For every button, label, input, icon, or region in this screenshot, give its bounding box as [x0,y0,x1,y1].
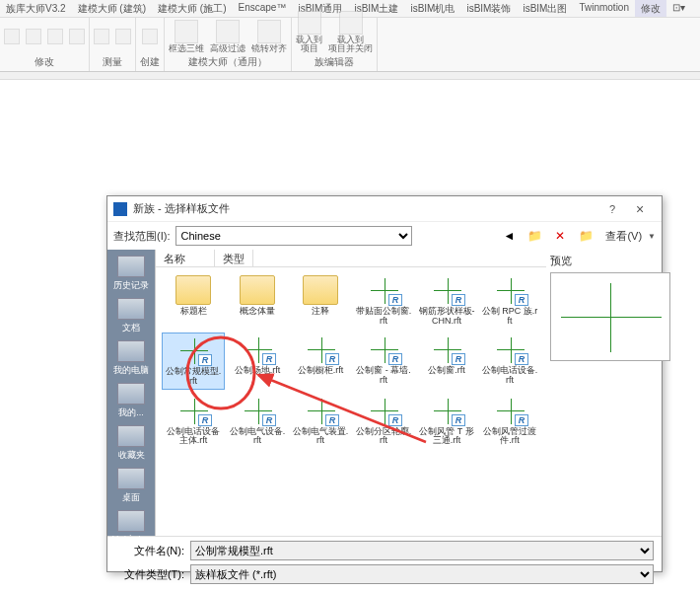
file-item[interactable]: R公制 RPC 族.rft [479,273,540,329]
file-item[interactable]: R公制电气装置.rft [290,394,351,449]
rft-file-icon: R [366,396,401,425]
file-item[interactable]: R公制窗 - 幕墙.rft [353,333,414,390]
sidebar-item-label: 收藏夹 [118,449,145,462]
ribbon-tab[interactable]: isBIM出图 [517,0,573,17]
new-folder-icon[interactable]: 📁 [576,226,595,246]
file-item[interactable]: R公制场地.rft [227,333,288,390]
view-menu[interactable]: 查看(V) [605,229,642,244]
rft-file-icon: R [492,396,527,425]
file-pane: 名称 类型 标题栏概念体量注释R带贴面公制窗.rftR钢筋形状样板-CHN.rf… [155,250,546,536]
sidebar-item[interactable]: 历史记录 [107,254,155,294]
ribbon-button-icon[interactable] [26,29,41,44]
rft-file-icon: R [303,396,338,425]
rft-file-icon: R [429,275,464,305]
file-item[interactable]: R公制电话设备.rft [479,333,540,390]
up-folder-icon[interactable]: 📁 [525,226,544,246]
ribbon-tab[interactable]: 建模大师 (建筑) [72,0,152,17]
ribbon-button-label: 高级过滤 [210,44,245,53]
file-item[interactable]: R钢筋形状样板-CHN.rft [416,273,477,329]
ribbon-tab[interactable]: 修改 [635,0,666,17]
help-button[interactable]: ? [600,203,624,215]
preview-box [550,272,670,361]
file-item[interactable]: R公制常规模型.rft [162,333,225,390]
ribbon-tab[interactable]: isBIM机电 [404,0,460,17]
close-button[interactable]: × [624,201,656,217]
file-item[interactable]: R公制风管 T 形三通.rft [416,394,477,449]
file-header: 名称 类型 [156,250,546,267]
ribbon-button-icon[interactable] [4,29,20,44]
ribbon-button-icon[interactable] [339,11,363,35]
file-item-label: 标题栏 [165,307,222,317]
ribbon-button-label: 载入到 项目 [296,36,322,53]
back-button[interactable]: ◄ [499,226,519,246]
sidebar-item-icon [117,340,145,362]
ribbon-tab[interactable]: ⊡▾ [666,0,691,17]
file-item[interactable]: 注释 [290,273,351,329]
sidebar-item[interactable]: 收藏夹 [107,423,155,464]
sidebar-item[interactable]: 文档 [107,296,155,336]
ribbon-button-icon[interactable] [216,20,240,43]
sidebar-item[interactable]: 我的... [107,381,155,421]
file-item[interactable]: R公制分区轮廓.rft [353,394,414,449]
file-item[interactable]: R公制风管过渡件.rft [479,394,540,449]
file-item[interactable]: 标题栏 [162,273,225,329]
ribbon-divider [0,72,700,80]
ribbon-group: 测量 [90,18,136,71]
file-item[interactable]: R公制窗.rft [416,333,477,390]
ribbon-button-label: 载入到 项目并关闭 [328,36,373,53]
ribbon-button-icon[interactable] [257,20,281,43]
delete-button[interactable]: ✕ [550,226,570,246]
ribbon-button-icon[interactable] [47,29,63,44]
ribbon-button-icon[interactable] [115,29,131,44]
col-name[interactable]: 名称 [156,250,215,266]
sidebar-item-label: 我的电脑 [113,364,149,377]
sidebar-item[interactable]: 桌面 [107,466,155,506]
ribbon-button-icon[interactable] [298,11,321,35]
file-item-label: 公制电气装置.rft [292,427,349,447]
ribbon-group-label: 测量 [103,53,122,69]
sidebar-item[interactable]: 我的电脑 [107,338,155,379]
filetype-label: 文件类型(T): [115,567,184,582]
view-dropdown-icon[interactable]: ▼ [648,232,656,241]
rft-file-icon: R [240,396,275,425]
file-item-label: 公制风管过渡件.rft [481,427,538,447]
dialog-title: 新族 - 选择样板文件 [133,201,600,216]
sidebar-item-icon [117,468,145,489]
file-item[interactable]: R公制橱柜.rft [290,333,351,390]
ribbon-tab[interactable]: Enscape™ [232,0,292,17]
ribbon-button-icon[interactable] [142,29,158,44]
preview-pane: 预览 [546,250,674,536]
file-item-label: 公制电话设备.rft [481,366,538,386]
ribbon-tab[interactable]: isBIM装饰 [460,0,517,17]
ribbon-tab[interactable]: 族库大师V3.2 [0,0,72,17]
rft-file-icon: R [366,334,401,364]
file-item-label: 公制电气设备.rft [229,427,286,447]
folder-icon [303,275,338,305]
col-type[interactable]: 类型 [215,250,253,266]
ribbon-group-label: 修改 [35,53,54,69]
ribbon-button-icon[interactable] [94,29,109,44]
sidebar-item-icon [117,425,145,447]
sidebar-item-label: 文档 [122,322,140,334]
ribbon-tab[interactable]: 建模大师 (施工) [152,0,232,17]
filename-field[interactable]: 公制常规模型.rft [190,541,654,560]
ribbon-body: 修改测量创建框选三维高级过滤镜转对齐建模大师（通用）载入到 项目载入到 项目并关… [0,18,700,72]
look-in-label: 查找范围(I): [113,229,170,244]
file-item-label: 公制 RPC 族.rft [481,307,538,327]
ribbon-button-icon[interactable] [69,29,85,44]
ribbon-tab[interactable]: Twinmotion [573,0,635,17]
look-in-select[interactable]: Chinese [175,226,412,246]
ribbon-group: 载入到 项目载入到 项目并关闭族编辑器 [292,18,378,71]
sidebar-item-label: 历史记录 [113,279,149,292]
folder-icon [240,275,275,305]
filetype-field[interactable]: 族样板文件 (*.rft) [190,564,654,584]
ribbon-group-label: 建模大师（通用） [188,53,267,69]
ribbon-group: 创建 [136,18,165,71]
file-item[interactable]: R带贴面公制窗.rft [353,273,414,329]
file-item[interactable]: R公制电话设备主体.rft [162,394,225,449]
file-item[interactable]: R公制电气设备.rft [227,394,288,449]
file-item-label: 带贴面公制窗.rft [355,307,412,327]
ribbon-button-icon[interactable] [175,20,198,43]
file-grid[interactable]: 标题栏概念体量注释R带贴面公制窗.rftR钢筋形状样板-CHN.rftR公制 R… [156,267,546,536]
file-item[interactable]: 概念体量 [227,273,288,329]
